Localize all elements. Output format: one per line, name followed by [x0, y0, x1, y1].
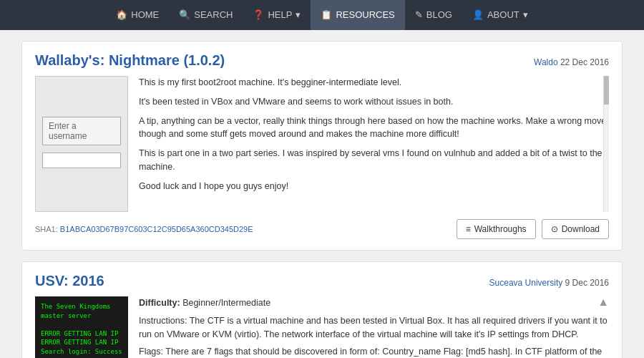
page-content: Wallaby's: Nightmare (1.0.2) Waldo 22 De…: [14, 30, 630, 358]
card-header-usv: USV: 2016 Suceava University 9 Dec 2016: [35, 273, 609, 289]
card-header-wallaby: Wallaby's: Nightmare (1.0.2) Waldo 22 De…: [35, 52, 609, 69]
about-icon: 👤: [472, 0, 484, 30]
card-description-wallaby: This is my first boot2root machine. It's…: [139, 76, 609, 212]
nav-home[interactable]: 🏠 HOME: [106, 0, 169, 30]
desc-p3: A tip, anything can be a vector, really …: [139, 115, 609, 142]
instructions-text: Instructions: The CTF is a virtual machi…: [139, 314, 609, 342]
blog-icon: ✎: [415, 0, 423, 30]
difficulty-row: Difficulty: Beginner/Intermediate ▲: [139, 296, 609, 314]
sha1-value[interactable]: B1ABCA03D67B97C603C12C95D65A360CD345D29E: [60, 225, 253, 233]
desc-p5: Good luck and I hope you guys enjoy!: [139, 180, 609, 193]
card-image-wallaby: Enter a username: [35, 76, 128, 212]
nav-blog[interactable]: ✎ BLOG: [405, 0, 462, 30]
card-title-usv: USV: 2016: [35, 273, 104, 289]
card-author-wallaby[interactable]: Waldo: [534, 57, 558, 67]
difficulty-text: Difficulty: Beginner/Intermediate: [139, 296, 270, 310]
help-icon: ❓: [253, 0, 264, 30]
download-button[interactable]: ⊙ Download: [542, 219, 609, 239]
scroll-collapse-icon[interactable]: ▲: [597, 296, 609, 314]
card-body-usv: The Seven Kingdoms master server ERROR G…: [35, 296, 609, 358]
sha1-area: SHA1: B1ABCA03D67B97C603C12C95D65A360CD3…: [35, 225, 253, 233]
nav-search[interactable]: 🔍 SEARCH: [169, 0, 243, 30]
terminal-line-2: ERROR GETTING LAN IP: [41, 329, 122, 339]
card-date-wallaby: 22 Dec 2016: [560, 57, 609, 67]
nav-resources[interactable]: 📋 RESOURCES: [311, 0, 404, 30]
nav-about[interactable]: 👤 ABOUT ▾: [462, 0, 538, 30]
image-input-label: Enter a username: [42, 117, 121, 145]
card-footer-wallaby: SHA1: B1ABCA03D67B97C603C12C95D65A360CD3…: [35, 219, 609, 239]
flags-text: Flags: There are 7 flags that should be …: [139, 345, 609, 358]
home-icon: 🏠: [116, 0, 127, 30]
card-meta-wallaby: Waldo 22 Dec 2016: [534, 57, 609, 67]
dropdown-arrow-about: ▾: [523, 0, 528, 30]
image-input-field: [42, 153, 121, 168]
desc-p2: It's been tested in VBox and VMware and …: [139, 95, 609, 109]
difficulty-label: Difficulty:: [139, 298, 180, 308]
walkthroughs-button[interactable]: ≡ Walkthroughs: [457, 219, 536, 239]
difficulty-value: Beginner/Intermediate: [182, 298, 270, 308]
card-meta-usv: Suceava University 9 Dec 2016: [489, 278, 609, 288]
scrollbar-wallaby[interactable]: [603, 76, 609, 212]
card-description-usv: Difficulty: Beginner/Intermediate ▲ Inst…: [139, 296, 609, 358]
terminal-line-3: ERROR GETTING LAN IP: [41, 338, 122, 347]
terminal-line-1: [41, 320, 122, 329]
search-icon: 🔍: [179, 0, 190, 30]
card-author-usv[interactable]: Suceava University: [489, 278, 563, 288]
desc-p4: This is part one in a two part series. I…: [139, 147, 609, 174]
sha1-label: SHA1:: [35, 225, 58, 233]
dropdown-arrow-help: ▾: [296, 0, 301, 30]
nav-help[interactable]: ❓ HELP ▾: [243, 0, 311, 30]
card-actions-wallaby: ≡ Walkthroughs ⊙ Download: [457, 219, 609, 239]
desc-p1: This is my first boot2root machine. It's…: [139, 76, 609, 90]
terminal-line-4: Search login: Success: [41, 347, 122, 357]
card-image-usv: The Seven Kingdoms master server ERROR G…: [35, 296, 128, 358]
download-icon: ⊙: [551, 224, 558, 234]
card-usv: USV: 2016 Suceava University 9 Dec 2016 …: [21, 261, 623, 358]
resources-icon: 📋: [321, 0, 332, 30]
card-body-wallaby: Enter a username This is my first boot2r…: [35, 76, 609, 212]
main-nav: 🏠 HOME 🔍 SEARCH ❓ HELP ▾ 📋 RESOURCES ✎ B…: [0, 0, 644, 30]
card-wallaby: Wallaby's: Nightmare (1.0.2) Waldo 22 De…: [21, 41, 623, 251]
terminal-line-0: The Seven Kingdoms master server: [41, 302, 122, 320]
scrollbar-thumb-wallaby: [604, 76, 609, 105]
card-title-wallaby: Wallaby's: Nightmare (1.0.2): [35, 52, 225, 69]
walkthroughs-icon: ≡: [466, 224, 471, 234]
card-date-usv: 9 Dec 2016: [565, 278, 609, 288]
